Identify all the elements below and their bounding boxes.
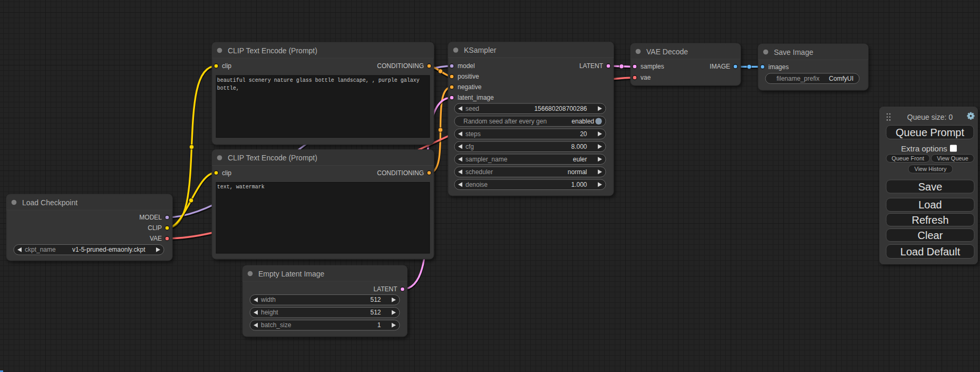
svg-text:Save: Save [918,181,943,193]
svg-text:latent_image: latent_image [458,94,494,101]
svg-text:model: model [458,62,475,70]
svg-text:MODEL: MODEL [139,214,162,221]
svg-text:filename_prefix: filename_prefix [777,75,819,82]
svg-text:20: 20 [580,130,587,138]
svg-text:VAE Decode: VAE Decode [646,47,688,56]
svg-text:CLIP Text Encode (Prompt): CLIP Text Encode (Prompt) [228,154,317,162]
svg-text:Random seed after every gen: Random seed after every gen [463,118,547,125]
svg-text:clip: clip [222,62,231,70]
svg-text:KSampler: KSampler [464,46,497,54]
svg-text:Queue Front: Queue Front [891,155,924,161]
svg-text:clip: clip [222,169,231,177]
svg-text:CONDITIONING: CONDITIONING [377,169,424,177]
svg-text:512: 512 [370,296,381,303]
svg-text:1: 1 [377,321,381,329]
svg-text:IMAGE: IMAGE [710,63,730,70]
svg-text:normal: normal [568,168,587,176]
svg-text:v1-5-pruned-emaonly.ckpt: v1-5-pruned-emaonly.ckpt [72,246,145,253]
svg-text:positive: positive [458,73,479,80]
svg-text:enabled: enabled [571,118,594,125]
svg-text:View History: View History [915,166,947,172]
svg-text:euler: euler [573,156,587,163]
svg-text:steps: steps [465,130,481,138]
svg-text:Load Default: Load Default [900,246,960,257]
svg-text:Empty Latent Image: Empty Latent Image [258,270,325,278]
svg-text:512: 512 [370,309,381,316]
svg-text:8.000: 8.000 [571,143,587,150]
svg-text:Clear: Clear [918,230,943,241]
svg-text:1.000: 1.000 [571,181,587,188]
svg-text:text, watermark: text, watermark [217,184,265,190]
svg-text:cfg: cfg [465,143,474,150]
svg-text:Load: Load [918,199,942,211]
svg-text:Queue Prompt: Queue Prompt [896,127,965,138]
svg-text:images: images [769,63,789,71]
svg-text:scheduler: scheduler [465,168,493,176]
svg-text:CLIP: CLIP [148,224,162,232]
svg-text:CONDITIONING: CONDITIONING [377,62,424,70]
svg-text:height: height [261,309,278,316]
svg-text:sampler_name: sampler_name [465,156,508,163]
svg-text:vae: vae [641,74,651,81]
svg-text:beautiful scenery nature glass: beautiful scenery nature glass bottle la… [217,78,420,83]
svg-text:width: width [260,296,276,303]
svg-text:Queue size: 0: Queue size: 0 [907,113,953,121]
svg-text:ComfyUI: ComfyUI [829,75,853,82]
svg-text:ckpt_name: ckpt_name [25,246,56,253]
svg-text:LATENT: LATENT [579,62,604,70]
svg-text:negative: negative [458,83,482,91]
svg-text:Refresh: Refresh [911,214,948,226]
svg-text:batch_size: batch_size [261,321,292,329]
svg-text:Save Image: Save Image [774,48,813,56]
svg-text:LATENT: LATENT [373,285,397,293]
svg-text:View Queue: View Queue [937,155,968,161]
svg-text:156680208700286: 156680208700286 [534,105,587,112]
svg-text:denoise: denoise [465,181,488,188]
svg-text:bottle,: bottle, [217,85,239,91]
svg-text:Load Checkpoint: Load Checkpoint [22,198,77,207]
svg-text:CLIP Text Encode (Prompt): CLIP Text Encode (Prompt) [228,46,317,55]
svg-text:samples: samples [641,63,664,70]
svg-text:seed: seed [465,105,479,112]
svg-text:VAE: VAE [150,235,162,242]
svg-text:Extra options: Extra options [901,144,947,153]
